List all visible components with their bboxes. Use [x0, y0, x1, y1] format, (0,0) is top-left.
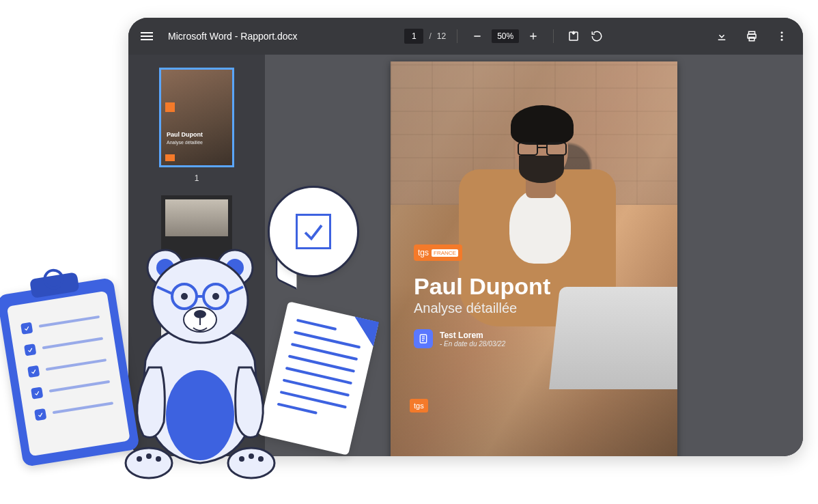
menu-icon[interactable]: [141, 32, 153, 40]
download-button[interactable]: [713, 27, 731, 45]
svg-point-19: [156, 456, 161, 462]
svg-point-21: [249, 453, 254, 459]
document-info-badge: Test Lorem - En date du 28/03/22: [414, 329, 505, 348]
svg-point-20: [239, 456, 244, 462]
document-page-1: tgs FRANCE Paul Dupont Analyse détaillée…: [391, 61, 677, 456]
thumbnail-page-1[interactable]: Paul Dupont Analyse détaillée: [161, 70, 232, 165]
svg-point-35: [212, 293, 219, 300]
document-title: Microsoft Word - Rapport.docx: [168, 31, 298, 42]
zoom-in-button[interactable]: [524, 27, 542, 45]
thumbnail-number: 1: [195, 173, 199, 183]
document-date: - En date du 28/03/22: [440, 340, 505, 348]
page-separator: /: [429, 31, 431, 41]
zoom-value[interactable]: 50%: [492, 29, 519, 43]
svg-point-18: [146, 453, 152, 459]
svg-point-10: [780, 39, 782, 41]
logo-subtext: FRANCE: [432, 249, 458, 257]
checkmark-icon: [296, 214, 331, 249]
thumbnail-subtitle: Analyse détaillée: [167, 140, 203, 145]
speech-bubble: [268, 186, 359, 277]
svg-point-34: [181, 293, 188, 300]
svg-point-17: [137, 456, 142, 462]
svg-point-15: [126, 448, 172, 478]
toolbar-divider: [457, 29, 457, 43]
thumbnail-title: Paul Dupont: [167, 131, 203, 138]
toolbar-divider: [553, 29, 554, 43]
zoom-out-button[interactable]: [468, 27, 486, 45]
svg-point-37: [194, 310, 206, 318]
svg-point-16: [228, 448, 274, 478]
svg-point-8: [780, 31, 782, 33]
svg-point-22: [258, 456, 264, 462]
current-page-input[interactable]: [404, 29, 423, 44]
brand-logo: tgs FRANCE: [414, 244, 462, 261]
logo-text: tgs: [418, 248, 429, 257]
svg-point-23: [166, 370, 234, 460]
bear-mascot: [108, 231, 292, 484]
print-button[interactable]: [743, 27, 761, 45]
cover-photo-laptop: [541, 287, 677, 389]
document-icon: [414, 329, 433, 348]
cover-title: Paul Dupont: [414, 273, 550, 300]
total-pages: 12: [437, 31, 446, 41]
viewer-toolbar: Microsoft Word - Rapport.docx / 12 50%: [128, 18, 803, 55]
footer-logo: tgs: [410, 399, 428, 412]
more-options-button[interactable]: [773, 27, 791, 45]
fit-page-button[interactable]: [565, 27, 582, 45]
svg-point-9: [780, 36, 782, 38]
cover-subtitle: Analyse détaillée: [414, 300, 517, 316]
document-name: Test Lorem: [440, 331, 505, 340]
rotate-button[interactable]: [588, 27, 606, 45]
